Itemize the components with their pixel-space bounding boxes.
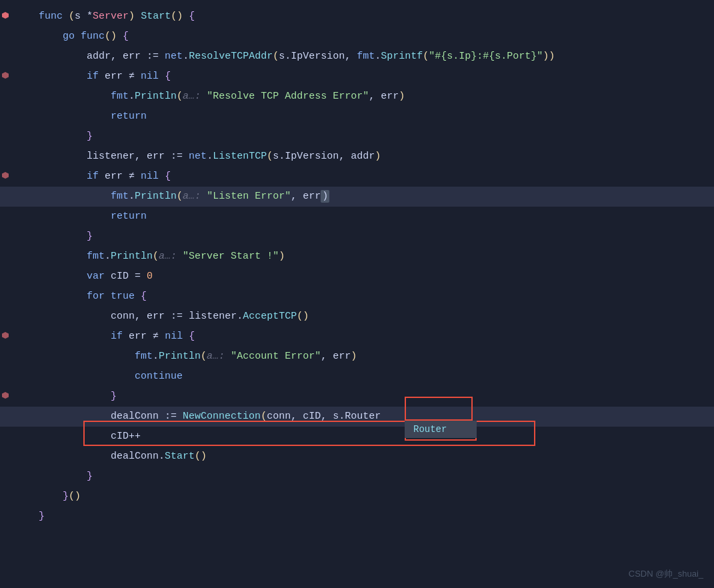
svg-marker-1 [2,72,9,79]
line-19-code: continue [32,367,714,387]
line-4-code: if err ≠ nil { [32,67,714,87]
autocomplete-item-router[interactable]: Router [405,421,476,437]
watermark: CSDN @帅_shuai_ [629,568,703,580]
gutter-25 [0,487,32,507]
gutter-14 [0,267,32,287]
svg-marker-2 [2,172,9,179]
svg-marker-3 [2,332,9,339]
line-10-code: fmt.Println(a…: "Listen Error", err) [32,187,714,207]
gutter-20 [0,387,32,407]
code-line-1: func (s *Server) Start() { [0,7,714,27]
line-14-code: var cID = 0 [32,267,714,287]
code-line-6: return [0,107,714,127]
gutter-7 [0,127,32,147]
line-18-code: fmt.Println(a…: "Account Error", err) [32,347,714,367]
line-16-code: conn, err := listener.AcceptTCP() [32,307,714,327]
code-line-16: conn, err := listener.AcceptTCP() [0,307,714,327]
code-line-24: } [0,467,714,487]
breakpoint-icon-9 [1,171,12,182]
gutter-15 [0,287,32,307]
gutter-17 [0,327,32,347]
line-5-code: fmt.Println(a…: "Resolve TCP Address Err… [32,87,714,107]
gutter-5 [0,87,32,107]
code-line-26: } [0,507,714,527]
line-13-code: fmt.Println(a…: "Server Start !") [32,247,714,267]
gutter-2 [0,27,32,47]
line-9-code: if err ≠ nil { [32,167,714,187]
line-2-code: go func() { [32,27,714,47]
gutter-10 [0,187,32,207]
code-line-12: } [0,227,714,247]
code-line-9: if err ≠ nil { [0,167,714,187]
code-line-18: fmt.Println(a…: "Account Error", err) [0,347,714,367]
code-line-14: var cID = 0 [0,267,714,287]
line-23-code: dealConn.Start() [32,447,714,467]
line-20-code: } [32,387,714,407]
code-line-8: listener, err := net.ListenTCP(s.IpVersi… [0,147,714,167]
gutter-13 [0,247,32,267]
code-line-11: return [0,207,714,227]
gutter-18 [0,347,32,367]
code-line-5: fmt.Println(a…: "Resolve TCP Address Err… [0,87,714,107]
gutter-6 [0,107,32,127]
code-line-25: }() [0,487,714,507]
code-line-17: if err ≠ nil { [0,327,714,347]
line-15-code: for true { [32,287,714,307]
line-22-code: cID++ [32,427,714,447]
gutter-8 [0,147,32,167]
line-25-code: }() [32,487,714,507]
code-line-7: } [0,127,714,147]
code-line-15: for true { [0,287,714,307]
gutter-19 [0,367,32,387]
line-8-code: listener, err := net.ListenTCP(s.IpVersi… [32,147,714,167]
line-1-code: func (s *Server) Start() { [32,7,714,27]
gutter-24 [0,467,32,487]
line-3-code: addr, err := net.ResolveTCPAddr(s.IpVers… [32,47,714,67]
line-17-code: if err ≠ nil { [32,327,714,347]
code-line-22: cID++ [0,427,714,447]
gutter-1 [0,7,32,27]
line-11-code: return [32,207,714,227]
gutter-11 [0,207,32,227]
line-21-code: dealConn := NewConnection(conn, cID, s.R… [32,407,714,427]
code-line-10: fmt.Println(a…: "Listen Error", err) [0,187,714,207]
line-12-code: } [32,227,714,247]
breakpoint-icon-17 [1,331,12,342]
line-7-code: } [32,127,714,147]
code-editor: func (s *Server) Start() { go func() { a… [0,0,714,588]
gutter-9 [0,167,32,187]
gutter-4 [0,67,32,87]
gutter-26 [0,507,32,527]
svg-marker-4 [2,392,9,399]
code-line-3: addr, err := net.ResolveTCPAddr(s.IpVers… [0,47,714,67]
code-line-13: fmt.Println(a…: "Server Start !") [0,247,714,267]
code-line-4: if err ≠ nil { [0,67,714,87]
line-26-code: } [32,507,714,527]
code-line-19: continue [0,367,714,387]
line-24-code: } [32,467,714,487]
gutter-21 [0,407,32,427]
gutter-12 [0,227,32,247]
breakpoint-icon-1 [1,11,12,22]
breakpoint-icon-20 [1,391,12,402]
code-line-2: go func() { [0,27,714,47]
svg-marker-0 [2,12,9,19]
code-line-21: dealConn := NewConnection(conn, cID, s.R… [0,407,714,427]
code-line-23: dealConn.Start() [0,447,714,467]
code-line-20: } [0,387,714,407]
gutter-3 [0,47,32,67]
gutter-16 [0,307,32,327]
breakpoint-icon-4 [1,71,12,82]
gutter-23 [0,447,32,467]
line-6-code: return [32,107,714,127]
autocomplete-popup[interactable]: Router [405,421,477,438]
gutter-22 [0,427,32,447]
